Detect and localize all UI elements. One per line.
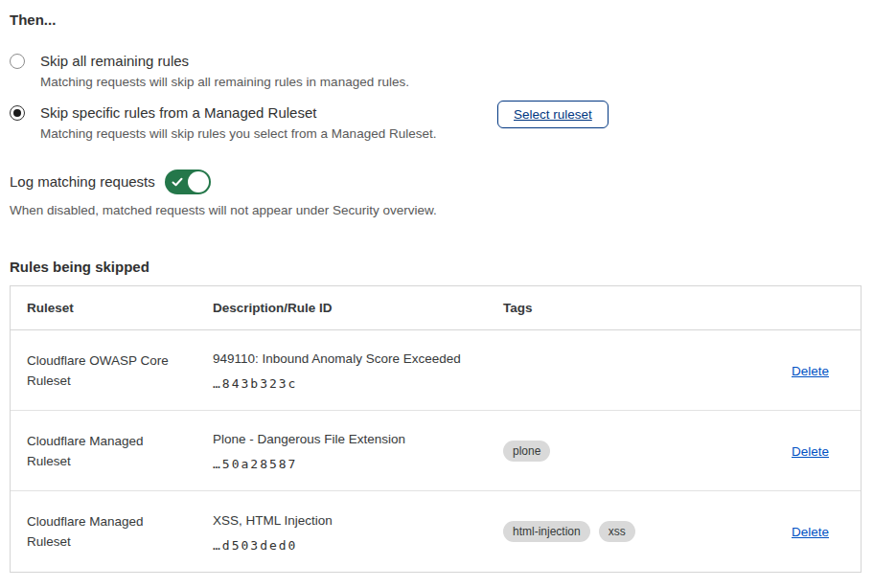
table-header-row: Ruleset Description/Rule ID Tags: [11, 286, 861, 330]
description-cell: 949110: Inbound Anomaly Score Exceeded ……: [196, 350, 487, 391]
option-description: Matching requests will skip rules you se…: [40, 124, 497, 144]
toggle-knob: [188, 171, 209, 192]
option-skip-all-rules: Skip all remaining rules Matching reques…: [10, 51, 862, 92]
option-description: Matching requests will skip all remainin…: [40, 73, 497, 92]
rule-description: Plone - Dangerous File Extension: [213, 430, 468, 448]
option-label[interactable]: Skip specific rules from a Managed Rules…: [40, 102, 497, 124]
tag-pill: plone: [503, 441, 550, 462]
option-skip-specific-rules: Skip specific rules from a Managed Rules…: [10, 102, 862, 144]
ruleset-cell: Cloudflare Managed Ruleset: [11, 431, 196, 471]
rules-being-skipped-heading: Rules being skipped: [10, 259, 862, 275]
actions-cell: Delete: [775, 523, 861, 540]
tags-cell: html-injection xss: [487, 521, 775, 542]
tags-cell: plone: [487, 441, 775, 462]
rules-table: Ruleset Description/Rule ID Tags Cloudfl…: [10, 285, 862, 573]
select-ruleset-button[interactable]: Select ruleset: [497, 101, 609, 128]
tag-pill: html-injection: [503, 521, 590, 542]
rule-id: …50a28587: [213, 457, 468, 471]
waf-rule-config-panel: Then... Skip all remaining rules Matchin…: [0, 0, 873, 573]
rule-id: …d503ded0: [213, 538, 468, 553]
delete-link[interactable]: Delete: [792, 444, 829, 459]
description-cell: XSS, HTML Injection …d503ded0: [196, 511, 487, 553]
actions-cell: Delete: [775, 362, 861, 379]
column-header-description-rule-id: Description/Rule ID: [196, 301, 487, 315]
option-label[interactable]: Skip all remaining rules: [40, 51, 497, 72]
log-matching-requests-row: Log matching requests: [10, 170, 862, 194]
tag-pill: xss: [599, 521, 635, 542]
delete-link[interactable]: Delete: [792, 525, 829, 539]
rule-id: …843b323c: [213, 376, 468, 391]
column-header-ruleset: Ruleset: [11, 301, 196, 315]
table-row: Cloudflare Managed Ruleset XSS, HTML Inj…: [11, 491, 861, 572]
table-row: Cloudflare OWASP Core Ruleset 949110: In…: [11, 330, 861, 411]
ruleset-cell: Cloudflare Managed Ruleset: [11, 511, 196, 552]
ruleset-cell: Cloudflare OWASP Core Ruleset: [11, 351, 196, 391]
column-header-tags: Tags: [487, 301, 775, 315]
check-icon: [172, 176, 183, 188]
log-toggle[interactable]: [165, 170, 211, 194]
then-heading: Then...: [10, 11, 862, 29]
tags-list: html-injection xss: [503, 521, 756, 542]
option-text-block: Skip all remaining rules Matching reques…: [40, 51, 497, 92]
actions-cell: Delete: [775, 442, 861, 460]
log-matching-requests-label: Log matching requests: [10, 172, 155, 192]
radio-button-skip-all[interactable]: [10, 54, 25, 69]
table-row: Cloudflare Managed Ruleset Plone - Dange…: [11, 411, 861, 491]
rule-description: XSS, HTML Injection: [213, 511, 468, 530]
delete-link[interactable]: Delete: [792, 364, 829, 378]
tags-list: plone: [503, 441, 756, 462]
radio-button-skip-specific[interactable]: [10, 105, 25, 121]
log-toggle-description: When disabled, matched requests will not…: [10, 201, 862, 219]
rule-description: 949110: Inbound Anomaly Score Exceeded: [213, 350, 468, 368]
option-text-block: Skip specific rules from a Managed Rules…: [40, 102, 497, 144]
description-cell: Plone - Dangerous File Extension …50a285…: [196, 430, 487, 471]
